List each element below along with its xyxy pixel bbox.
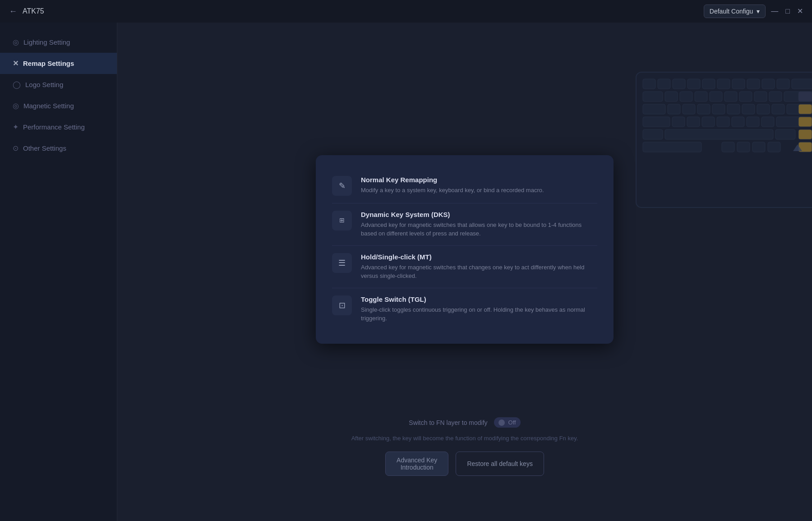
- tgl-text: Toggle Switch (TGL) Single-click toggles…: [361, 295, 597, 323]
- dks-title: Dynamic Key System (DKS): [361, 211, 597, 218]
- sidebar-item-label: Lighting Setting: [23, 38, 70, 46]
- window-controls: — □ ✕: [771, 8, 803, 15]
- dks-description: Advanced key for magnetic switches that …: [361, 221, 597, 238]
- sidebar-item-label: Logo Setting: [25, 81, 63, 88]
- mt-description: Advanced key for magnetic switches that …: [361, 263, 597, 281]
- remap-options-modal: ✎ Normal Key Remapping Modify a key to a…: [316, 155, 614, 344]
- sidebar-item-logo[interactable]: ◯ Logo Setting: [0, 74, 117, 95]
- tgl-option[interactable]: ⊡ Toggle Switch (TGL) Single-click toggl…: [332, 288, 597, 330]
- advanced-key-intro-button[interactable]: Advanced KeyIntroduction: [385, 452, 448, 476]
- tgl-title: Toggle Switch (TGL): [361, 295, 597, 303]
- fn-toggle-row: Switch to FN layer to modify Off: [409, 417, 520, 428]
- title-bar: ← ATK75 Default Configu ▾ — □ ✕: [0, 0, 812, 23]
- dks-option[interactable]: ⊞ Dynamic Key System (DKS) Advanced key …: [332, 203, 597, 246]
- tgl-icon: ⊡: [339, 300, 346, 310]
- config-dropdown[interactable]: Default Configu ▾: [704, 5, 766, 18]
- normal-key-option[interactable]: ✎ Normal Key Remapping Modify a key to a…: [332, 169, 597, 203]
- sidebar-item-label: Performance Setting: [23, 123, 85, 131]
- sidebar-item-other[interactable]: ⊙ Other Settings: [0, 138, 117, 159]
- sidebar-item-label: Remap Settings: [23, 60, 74, 67]
- sidebar: ◎ Lighting Setting ✕ Remap Settings ◯ Lo…: [0, 23, 117, 521]
- performance-icon: ✦: [13, 123, 18, 131]
- bottom-controls: Switch to FN layer to modify Off After s…: [117, 417, 812, 476]
- title-bar-right: Default Configu ▾ — □ ✕: [704, 5, 803, 18]
- back-button[interactable]: ←: [9, 7, 17, 16]
- sidebar-item-label: Magnetic Setting: [23, 102, 74, 110]
- normal-key-icon: ✎: [339, 181, 346, 191]
- close-button[interactable]: ✕: [797, 8, 803, 15]
- sidebar-item-remap[interactable]: ✕ Remap Settings: [0, 53, 117, 74]
- dks-icon-box: ⊞: [332, 211, 352, 231]
- fn-toggle-label: Switch to FN layer to modify: [409, 419, 487, 426]
- sidebar-item-lighting[interactable]: ◎ Lighting Setting: [0, 32, 117, 53]
- fn-hint-text: After switching, the key will become the…: [351, 435, 578, 442]
- sidebar-item-performance[interactable]: ✦ Performance Setting: [0, 116, 117, 138]
- logo-icon: ◯: [13, 80, 21, 89]
- mt-text: Hold/Single-click (MT) Advanced key for …: [361, 253, 597, 281]
- remap-icon: ✕: [13, 59, 18, 68]
- normal-key-title: Normal Key Remapping: [361, 176, 544, 184]
- magnetic-icon: ◎: [13, 101, 19, 110]
- normal-key-text: Normal Key Remapping Modify a key to a s…: [361, 176, 544, 195]
- normal-key-description: Modify a key to a system key, keyboard k…: [361, 186, 544, 195]
- title-bar-left: ← ATK75: [9, 7, 44, 16]
- main-container: ◎ Lighting Setting ✕ Remap Settings ◯ Lo…: [0, 23, 812, 521]
- mt-icon: ☰: [338, 258, 346, 268]
- mt-icon-box: ☰: [332, 253, 352, 273]
- normal-key-icon-box: ✎: [332, 176, 352, 196]
- fn-layer-toggle[interactable]: Off: [494, 417, 521, 428]
- restore-label: Restore all default keys: [467, 460, 533, 467]
- config-label: Default Configu: [710, 8, 753, 15]
- advanced-key-label: Advanced KeyIntroduction: [397, 456, 437, 471]
- maximize-button[interactable]: □: [785, 8, 790, 15]
- restore-defaults-button[interactable]: Restore all default keys: [456, 452, 544, 476]
- toggle-state-label: Off: [508, 419, 516, 426]
- sidebar-item-label: Other Settings: [23, 144, 66, 152]
- app-title: ATK75: [23, 7, 44, 15]
- back-icon: ←: [9, 7, 17, 16]
- tgl-icon-box: ⊡: [332, 295, 352, 315]
- mt-title: Hold/Single-click (MT): [361, 253, 597, 261]
- sidebar-item-magnetic[interactable]: ◎ Magnetic Setting: [0, 95, 117, 116]
- minimize-button[interactable]: —: [771, 8, 778, 15]
- dks-icon: ⊞: [339, 217, 345, 224]
- other-icon: ⊙: [13, 144, 18, 152]
- mt-option[interactable]: ☰ Hold/Single-click (MT) Advanced key fo…: [332, 246, 597, 288]
- dks-text: Dynamic Key System (DKS) Advanced key fo…: [361, 211, 597, 238]
- lighting-icon: ◎: [13, 38, 19, 46]
- content-area: ✎ Normal Key Remapping Modify a key to a…: [117, 23, 812, 521]
- bottom-buttons: Advanced KeyIntroduction Restore all def…: [385, 452, 544, 476]
- dropdown-icon: ▾: [757, 8, 760, 15]
- toggle-dot: [498, 420, 505, 426]
- tgl-description: Single-click toggles continuous triggeri…: [361, 305, 597, 323]
